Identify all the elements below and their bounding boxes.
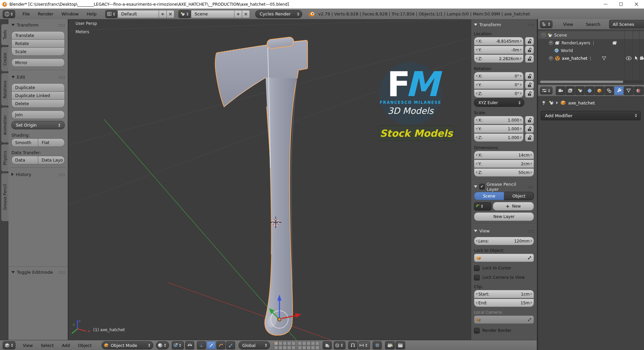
location-z-field[interactable]: Z:2.2826cm bbox=[474, 54, 524, 63]
outliner-item-world[interactable]: World bbox=[554, 47, 573, 54]
set-origin-dropdown[interactable]: Set Origin bbox=[11, 121, 65, 129]
rotation-y-field[interactable]: Y:0° bbox=[474, 81, 524, 89]
opengl-render-anim-button[interactable] bbox=[395, 341, 405, 349]
gp-new-button[interactable]: New bbox=[493, 202, 534, 211]
panel-grip-icon[interactable] bbox=[58, 271, 65, 274]
opengl-render-image-button[interactable] bbox=[385, 341, 395, 349]
lock-rotation-y-button[interactable] bbox=[525, 81, 534, 89]
menu-file[interactable]: File bbox=[18, 11, 34, 16]
close-button[interactable] bbox=[629, 0, 644, 8]
v3d-menu-view[interactable]: View bbox=[19, 343, 37, 348]
v3d-menu-select[interactable]: Select bbox=[37, 343, 58, 348]
dimensions-y-field[interactable]: Y:2cm bbox=[474, 160, 534, 168]
menu-window[interactable]: Window bbox=[57, 11, 83, 16]
tab-object[interactable] bbox=[595, 86, 604, 95]
data-transfer-data-button[interactable]: Data bbox=[11, 156, 38, 164]
scene-icon-button[interactable] bbox=[178, 10, 191, 18]
panel-header-transform[interactable]: Transform bbox=[11, 21, 65, 29]
mirror-button[interactable]: Mirror bbox=[11, 58, 65, 67]
viewport-shading-dropdown[interactable] bbox=[156, 341, 169, 349]
screen-layout-field[interactable]: Default bbox=[117, 10, 159, 18]
gp-pencil-dropdown[interactable] bbox=[474, 202, 491, 211]
shade-smooth-button[interactable]: Smooth bbox=[11, 138, 38, 147]
lock-rotation-x-button[interactable] bbox=[525, 72, 534, 80]
rotation-x-field[interactable]: X:0° bbox=[474, 72, 524, 80]
collapse-icon[interactable]: − bbox=[541, 33, 546, 37]
add-modifier-dropdown[interactable]: Add Modifier bbox=[541, 111, 641, 120]
snap-target-button[interactable] bbox=[373, 341, 382, 349]
lock-to-cursor-checkbox[interactable] bbox=[474, 265, 480, 271]
tab-physics[interactable]: Physics bbox=[1, 144, 8, 172]
outliner-item-scene[interactable]: − Scene bbox=[541, 31, 567, 39]
duplicate-button[interactable]: Duplicate bbox=[11, 83, 65, 92]
tab-grease-pencil[interactable]: Grease Pencil bbox=[1, 173, 8, 221]
editor-type-outliner-button[interactable] bbox=[540, 20, 552, 28]
manipulator-center-toggle[interactable] bbox=[185, 341, 194, 349]
panel-grip-icon[interactable] bbox=[58, 76, 65, 79]
dimensions-z-field[interactable]: Z:50cm bbox=[474, 168, 534, 177]
mode-dropdown[interactable]: Object Mode bbox=[102, 341, 153, 349]
pivot-point-dropdown[interactable] bbox=[172, 341, 184, 349]
delete-scene-button[interactable] bbox=[242, 10, 250, 18]
tab-object-data[interactable] bbox=[624, 86, 633, 95]
lens-field[interactable]: Lens:120mm bbox=[474, 237, 534, 245]
selectability-cursor-icon[interactable] bbox=[634, 55, 638, 61]
outliner-filter-dropdown[interactable]: All Scenes bbox=[609, 20, 644, 29]
tab-create[interactable]: Create bbox=[1, 47, 8, 72]
join-button[interactable]: Join bbox=[11, 111, 65, 119]
v3d-menu-object[interactable]: Object bbox=[74, 343, 96, 348]
lock-rotation-z-button[interactable] bbox=[525, 89, 534, 98]
outliner-item-axe-hatchet[interactable]: + axe_hatchet bbox=[549, 54, 606, 62]
snap-element-dropdown[interactable] bbox=[358, 341, 370, 349]
mesh-data-icon[interactable] bbox=[602, 56, 606, 60]
np-transform-header[interactable]: Transform bbox=[474, 21, 534, 29]
menu-render[interactable]: Render bbox=[34, 11, 57, 16]
outliner-scrollbar[interactable] bbox=[539, 80, 643, 83]
renderlayers-small-icon[interactable] bbox=[612, 41, 617, 45]
expand-icon[interactable]: + bbox=[549, 56, 553, 60]
gp-source-scene-button[interactable]: Scene bbox=[474, 192, 504, 200]
tab-constraints[interactable] bbox=[604, 86, 614, 95]
minimize-button[interactable] bbox=[598, 0, 613, 8]
panel-grip-icon[interactable] bbox=[528, 185, 534, 188]
grease-pencil-checkbox[interactable]: ✔ bbox=[479, 184, 485, 189]
tab-world[interactable] bbox=[585, 86, 594, 95]
tab-render-layers[interactable] bbox=[566, 86, 575, 95]
viewport-3d[interactable]: z x y User Persp Meters (1) axe_hatchet … bbox=[68, 19, 537, 340]
clip-start-field[interactable]: Start:1cm bbox=[474, 290, 534, 298]
np-view-header[interactable]: View bbox=[474, 227, 534, 235]
tab-relations[interactable]: Relations bbox=[1, 73, 8, 106]
translate-button[interactable]: Translate bbox=[11, 31, 65, 40]
layer-grid-2[interactable] bbox=[298, 341, 319, 350]
visibility-eye-icon[interactable] bbox=[626, 56, 632, 60]
editor-type-properties-button[interactable] bbox=[540, 87, 552, 94]
gp-new-layer-button[interactable]: New Layer bbox=[474, 212, 534, 221]
renderability-camera-icon[interactable] bbox=[640, 56, 644, 60]
tab-modifiers[interactable] bbox=[614, 86, 624, 95]
tab-scene[interactable] bbox=[575, 86, 585, 95]
manipulator-axes-button[interactable] bbox=[197, 341, 206, 349]
manipulator-scale-button[interactable] bbox=[226, 341, 235, 349]
outliner-menu-view[interactable]: View bbox=[559, 22, 577, 27]
rotation-z-field[interactable]: Z:0° bbox=[474, 89, 524, 98]
menu-help[interactable]: Help bbox=[83, 11, 101, 16]
breadcrumb-object-name[interactable]: axe_hatchet bbox=[568, 100, 595, 105]
local-camera-field[interactable] bbox=[474, 315, 534, 324]
scale-button[interactable]: Scale bbox=[11, 48, 65, 56]
location-y-field[interactable]: Y:-0m bbox=[474, 46, 524, 54]
lock-location-z-button[interactable] bbox=[525, 54, 534, 63]
snap-toggle-button[interactable] bbox=[348, 341, 357, 349]
scene-field[interactable]: Scene bbox=[191, 10, 234, 18]
scale-x-field[interactable]: X:1.000 bbox=[474, 116, 524, 124]
tab-tools[interactable]: Tools bbox=[1, 24, 8, 45]
lock-scale-z-button[interactable] bbox=[525, 133, 534, 142]
lock-scale-y-button[interactable] bbox=[525, 125, 534, 133]
lock-to-object-field[interactable] bbox=[474, 254, 534, 262]
eyedropper-icon[interactable] bbox=[527, 256, 532, 260]
lock-camera-checkbox[interactable] bbox=[474, 275, 480, 280]
panel-grip-icon[interactable] bbox=[58, 24, 65, 27]
location-x-field[interactable]: X:-8.8145mm bbox=[474, 37, 524, 45]
shade-flat-button[interactable]: Flat bbox=[38, 138, 65, 147]
tab-render[interactable] bbox=[556, 86, 565, 95]
proportional-edit-dropdown[interactable] bbox=[334, 341, 345, 349]
